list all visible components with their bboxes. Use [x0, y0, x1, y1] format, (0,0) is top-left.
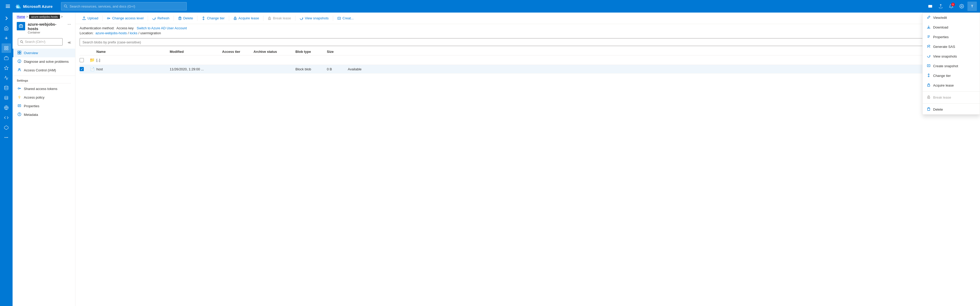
view-snapshots-ctx-icon [927, 54, 931, 59]
properties-icon [18, 104, 21, 108]
nav-metadata[interactable]: Metadata [13, 110, 75, 119]
container-more-btn[interactable]: ··· [68, 22, 71, 27]
ctx-view-edit-label: View/edit [933, 16, 947, 20]
svg-rect-12 [7, 49, 8, 50]
account-btn[interactable]: T [967, 2, 977, 11]
auth-bar: Authentication method: Access key Switch… [75, 24, 980, 30]
change-tier-btn[interactable]: Change tier [199, 15, 227, 22]
ctx-break-lease-label: Break lease [933, 95, 951, 99]
change-access-level-btn[interactable]: Change access level [104, 15, 146, 22]
ctx-change-tier-label: Change tier [933, 74, 951, 78]
nav-create-btn[interactable]: + [2, 33, 11, 43]
sidebar-toggle[interactable] [3, 3, 13, 10]
ctx-download[interactable]: Download [923, 22, 980, 32]
nav-access-control[interactable]: Access Control (IAM) [13, 66, 75, 75]
nav-diagnose-label: Diagnose and solve problems [24, 60, 68, 63]
svg-point-31 [19, 62, 19, 62]
svg-rect-10 [7, 46, 8, 48]
svg-rect-22 [19, 25, 22, 27]
left-nav: Home > azure-webjobs-hosts > azure-webjo… [13, 13, 75, 306]
upload-btn[interactable]: Upload [80, 15, 101, 22]
svg-rect-26 [20, 51, 21, 52]
nav-access-policy[interactable]: Access policy [13, 93, 75, 102]
nav-shared-access-label: Shared access tokens [24, 87, 57, 91]
svg-rect-27 [18, 53, 19, 54]
svg-rect-2 [6, 7, 10, 8]
folder-icon: 📁 [89, 57, 95, 62]
blob-search-input[interactable] [80, 38, 941, 46]
location-storage-link[interactable]: azure-webjobs-hosts [95, 31, 127, 35]
nav-overview[interactable]: Overview [13, 49, 75, 57]
ctx-acquire-lease[interactable]: Acquire lease [923, 81, 980, 90]
table-header: Name Modified Access tier Archive status… [80, 48, 976, 55]
nav-code-btn[interactable] [2, 113, 11, 122]
col-access-tier: Access tier [222, 50, 253, 54]
row-host-name[interactable]: host [96, 67, 170, 71]
collapse-nav-btn[interactable]: ≪ [66, 39, 73, 46]
svg-line-4 [66, 7, 67, 8]
ctx-change-tier[interactable]: Change tier [923, 71, 980, 81]
notifications-btn[interactable]: 5 [947, 2, 956, 11]
sidebar-expand-btn[interactable] [2, 14, 11, 23]
ctx-create-snapshot-label: Create snapshot [933, 64, 958, 68]
nav-shared-access-tokens[interactable]: Shared access tokens [13, 84, 75, 93]
svg-point-23 [21, 41, 22, 43]
ctx-generate-sas[interactable]: Generate SAS [923, 42, 980, 52]
row-host-checkbox[interactable]: ✓ [80, 67, 84, 71]
nav-home-btn[interactable] [2, 24, 11, 33]
view-edit-icon [927, 16, 931, 20]
col-name: Name [96, 50, 170, 54]
svg-point-44 [107, 17, 109, 19]
nav-favorites-btn[interactable] [2, 63, 11, 73]
nav-more-btn[interactable]: ··· [2, 133, 11, 142]
left-search[interactable]: Search (Ctrl+/) [18, 38, 63, 46]
table-row[interactable]: ✓ 📄 host 11/26/2020, 1:29:00 ... Block b… [80, 65, 976, 73]
context-menu: View/edit Download Properties Generate S… [923, 13, 980, 114]
home-link[interactable]: Home [17, 15, 25, 19]
nav-monitor-btn[interactable] [2, 73, 11, 82]
table-row[interactable]: 📁 [..] ··· [80, 55, 976, 65]
properties-ctx-icon [927, 35, 931, 39]
ctx-break-lease: Break lease [923, 93, 980, 102]
svg-line-58 [928, 47, 928, 48]
refresh-btn[interactable]: Refresh [150, 15, 172, 22]
generate-sas-icon [927, 44, 931, 49]
nav-diagnose[interactable]: Diagnose and solve problems [13, 57, 75, 66]
create-btn[interactable]: Creat... [335, 15, 356, 22]
nav-properties[interactable]: Properties [13, 102, 75, 110]
top-bar: Microsoft Azure Search resources, servic… [0, 0, 980, 13]
nav-metadata-label: Metadata [24, 113, 38, 117]
row-parent-checkbox[interactable] [80, 58, 84, 62]
nav-diamond-btn[interactable] [2, 123, 11, 132]
delete-btn[interactable]: Delete [175, 15, 196, 22]
ctx-view-snapshots[interactable]: View snapshots [923, 52, 980, 61]
switch-auth-link[interactable]: Switch to Azure AD User Account [137, 26, 187, 30]
container-name: azure-webjobs-hosts [28, 22, 65, 31]
nav-resources-btn[interactable] [2, 53, 11, 63]
nav-dashboard-btn[interactable] [2, 43, 11, 53]
upload-btn[interactable] [936, 2, 945, 11]
nav-storage-btn[interactable] [2, 83, 11, 93]
break-lease-btn: Break lease [265, 15, 294, 22]
svg-rect-67 [928, 108, 930, 111]
nav-sql-btn[interactable] [2, 93, 11, 103]
settings-btn[interactable] [957, 2, 966, 11]
ctx-acquire-lease-label: Acquire lease [933, 83, 954, 87]
ctx-delete[interactable]: Delete [923, 105, 980, 114]
acquire-lease-btn[interactable]: Acquire lease [231, 15, 262, 22]
change-tier-ctx-icon [927, 73, 931, 78]
location-locks-link[interactable]: locks [130, 31, 137, 35]
main-content: Upload Change access level Refresh Delet… [75, 13, 980, 306]
cloud-shell-btn[interactable] [926, 2, 935, 11]
svg-point-50 [235, 19, 235, 19]
resource-name: azure-webjobs-hosts [29, 15, 60, 19]
ctx-properties[interactable]: Properties [923, 32, 980, 42]
row-parent-name[interactable]: [..] [96, 58, 170, 62]
svg-rect-13 [5, 57, 8, 60]
ctx-view-edit[interactable]: View/edit [923, 13, 980, 22]
delete-ctx-icon [927, 107, 931, 112]
ctx-create-snapshot[interactable]: Create snapshot [923, 61, 980, 71]
view-snapshots-btn[interactable]: View snapshots [297, 15, 331, 22]
nav-globe-btn[interactable] [2, 103, 11, 113]
global-search[interactable]: Search resources, services, and docs (G+… [61, 2, 187, 11]
